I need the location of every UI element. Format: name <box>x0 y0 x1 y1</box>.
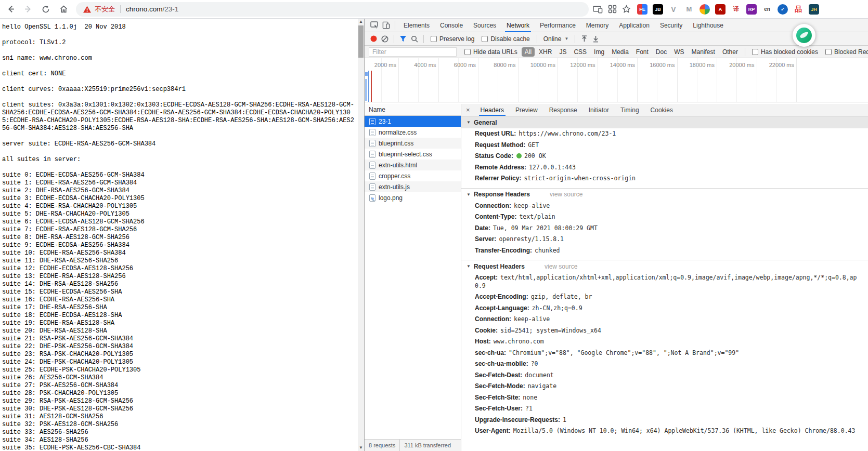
devtools-tab-console[interactable]: Console <box>435 19 468 32</box>
address-separator <box>120 5 121 13</box>
extension-icon-translate[interactable]: 译 <box>731 4 741 15</box>
request-row-normalize-css[interactable]: normalize.css <box>365 127 461 138</box>
filter-type-img[interactable]: Img <box>591 47 607 57</box>
section-header-general[interactable]: ▼General <box>461 116 868 128</box>
filter-type-media[interactable]: Media <box>608 47 632 57</box>
detail-tab-timing[interactable]: Timing <box>615 104 645 116</box>
devtools-tab-elements[interactable]: Elements <box>398 19 435 32</box>
filter-type-css[interactable]: CSS <box>571 47 590 57</box>
request-list-header[interactable]: Name <box>365 104 461 116</box>
import-har-icon[interactable] <box>578 34 590 44</box>
checkbox-icon[interactable] <box>752 49 758 55</box>
checkbox-icon[interactable] <box>482 36 488 42</box>
detail-tab-response[interactable]: Response <box>543 104 583 116</box>
disable-cache-checkbox[interactable]: Disable cache <box>482 35 529 43</box>
header-value: strict-origin-when-cross-origin <box>524 175 636 182</box>
extension-icon-check-blue[interactable]: ✓ <box>778 4 788 15</box>
throttling-dropdown[interactable]: Online ▼ <box>543 35 569 43</box>
extension-icon-rp[interactable]: RP <box>746 4 757 15</box>
detail-tab-preview[interactable]: Preview <box>510 104 543 116</box>
header-row: Upgrade-Insecure-Requests:1 <box>461 415 868 426</box>
detail-tab-cookies[interactable]: Cookies <box>645 104 679 116</box>
filter-type-manifest[interactable]: Manifest <box>689 47 718 57</box>
request-row-23-1[interactable]: 23-1 <box>365 116 461 127</box>
extension-icon-sitemap-red[interactable]: 品 <box>793 4 804 15</box>
device-toolbar-icon[interactable] <box>380 20 392 31</box>
has-blocked-cookies-checkbox[interactable]: Has blocked cookies <box>752 48 818 56</box>
extension-icon-mail[interactable]: M <box>684 4 694 15</box>
network-overview[interactable]: 2000 ms4000 ms6000 ms8000 ms10000 ms1200… <box>365 58 868 102</box>
checkbox-icon[interactable] <box>431 36 437 42</box>
cast-icon[interactable] <box>593 5 603 14</box>
extension-icon-jetbrains[interactable]: JB <box>653 4 663 15</box>
close-icon[interactable]: × <box>461 106 475 114</box>
clear-icon[interactable] <box>379 34 391 44</box>
search-icon[interactable] <box>409 34 420 44</box>
section-header-response-headers[interactable]: ▼Response Headersview source <box>461 189 868 201</box>
view-source-link[interactable]: view source <box>545 263 577 270</box>
home-icon[interactable] <box>56 2 71 17</box>
security-label[interactable]: 不安全 <box>95 5 115 14</box>
detail-tab-headers[interactable]: Headers <box>475 104 510 116</box>
forward-icon[interactable] <box>21 2 35 17</box>
extension-icon-jh[interactable]: JH <box>809 4 819 15</box>
header-value: keep-alive <box>514 315 550 323</box>
extension-icon-acrobat[interactable]: A <box>715 4 726 15</box>
scroll-down-icon[interactable]: ▼ <box>358 445 364 451</box>
request-row-extn-utils-html[interactable]: extn-utils.html <box>365 160 461 170</box>
devtools-tab-application[interactable]: Application <box>614 19 655 32</box>
request-row-extn-utils-js[interactable]: extn-utils.js <box>365 181 461 192</box>
address-bar[interactable]: 不安全 chrono.com/23-1 <box>76 2 589 17</box>
request-row-cropper-css[interactable]: cropper.css <box>365 170 461 181</box>
extension-icon-translate-en[interactable]: en <box>762 4 772 15</box>
scroll-up-icon[interactable]: ▲ <box>358 19 364 25</box>
devtools-tab-lighthouse[interactable]: Lighthouse <box>688 19 729 32</box>
disable-cache-label: Disable cache <box>490 35 529 43</box>
hide-data-urls-checkbox[interactable]: Hide data URLs <box>464 48 517 56</box>
scrollbar-thumb[interactable] <box>358 25 364 58</box>
detail-tab-initiator[interactable]: Initiator <box>583 104 615 116</box>
filter-type-xhr[interactable]: XHR <box>536 47 555 57</box>
checkbox-icon[interactable] <box>825 49 832 55</box>
header-row: Remote Address:127.0.0.1:443 <box>461 162 868 174</box>
blocked-requests-label: Blocked Requests <box>834 48 868 56</box>
preserve-log-checkbox[interactable]: Preserve log <box>431 35 474 43</box>
devtools-tab-network[interactable]: Network <box>501 19 535 32</box>
filter-type-ws[interactable]: WS <box>671 47 687 57</box>
checkbox-icon[interactable] <box>464 49 471 55</box>
filter-type-other[interactable]: Other <box>719 47 741 57</box>
filter-type-font[interactable]: Font <box>633 47 652 57</box>
warning-icon[interactable] <box>83 6 91 13</box>
request-row-blueprint-select-css[interactable]: blueprint-select.css <box>365 149 461 160</box>
request-row-logo-png[interactable]: logo.png <box>365 192 461 203</box>
filter-type-js[interactable]: JS <box>556 47 569 57</box>
extensions-grid-icon[interactable] <box>608 5 617 14</box>
header-row: Sec-Fetch-Dest:document <box>461 370 868 381</box>
devtools-tab-security[interactable]: Security <box>655 19 688 32</box>
blocked-requests-checkbox[interactable]: Blocked Requests <box>825 48 868 56</box>
reload-icon[interactable] <box>38 2 53 17</box>
header-key: Request Method: <box>475 141 525 149</box>
inspect-element-icon[interactable] <box>369 20 380 31</box>
devtools-tab-memory[interactable]: Memory <box>581 19 614 32</box>
filter-type-doc[interactable]: Doc <box>653 47 670 57</box>
view-source-link[interactable]: view source <box>550 191 582 198</box>
export-har-icon[interactable] <box>590 34 601 44</box>
devtools-tab-sources[interactable]: Sources <box>468 19 501 32</box>
page-scrollbar[interactable]: ▲ ▼ <box>358 19 364 451</box>
extension-icon-colored-circle[interactable] <box>699 4 710 15</box>
devtools-tab-performance[interactable]: Performance <box>535 19 581 32</box>
extension-icon-vue[interactable]: V <box>668 4 679 15</box>
request-row-blueprint-css[interactable]: blueprint.css <box>365 138 461 149</box>
back-icon[interactable] <box>3 2 18 17</box>
bookmark-star-icon[interactable] <box>622 5 631 14</box>
filter-type-all[interactable]: All <box>522 47 535 57</box>
filter-funnel-icon[interactable] <box>397 34 409 44</box>
url-text[interactable]: chrono.com/23-1 <box>126 5 178 13</box>
extension-icon-fe[interactable]: FE <box>637 4 647 15</box>
section-header-request-headers[interactable]: ▼Request Headersview source <box>461 260 868 272</box>
floating-extension-button[interactable] <box>793 24 815 47</box>
header-value: ?1 <box>525 405 533 412</box>
filter-input[interactable] <box>369 47 457 57</box>
record-icon[interactable] <box>368 34 379 44</box>
